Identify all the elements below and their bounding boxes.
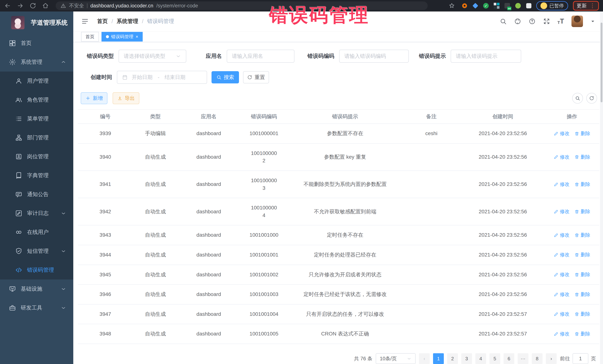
next-page-button[interactable]: › bbox=[546, 353, 557, 364]
add-button[interactable]: 新增 bbox=[81, 92, 107, 104]
export-button[interactable]: 导出 bbox=[113, 92, 139, 104]
app-logo-row[interactable]: 芋道管理系统 bbox=[0, 11, 73, 34]
plus-icon bbox=[85, 96, 91, 101]
forward-icon[interactable] bbox=[17, 2, 24, 9]
edit-link[interactable]: 修改 bbox=[554, 181, 570, 188]
error-type-select[interactable]: 请选择错误码类型 bbox=[118, 50, 186, 63]
edit-link[interactable]: 修改 bbox=[554, 232, 570, 239]
edit-link[interactable]: 修改 bbox=[554, 154, 570, 161]
sidebar-item-code[interactable]: 错误码管理 bbox=[0, 261, 73, 279]
search-button[interactable]: 搜索 bbox=[211, 71, 239, 83]
error-code-input[interactable] bbox=[339, 50, 409, 63]
delete-link[interactable]: 删除 bbox=[574, 291, 590, 298]
reload-icon[interactable] bbox=[29, 2, 36, 9]
more-pages-button[interactable]: ··· bbox=[518, 353, 528, 364]
page-button[interactable]: 4 bbox=[475, 353, 486, 364]
error-msg-input[interactable] bbox=[451, 50, 521, 63]
page-scrollbar[interactable] bbox=[600, 11, 603, 364]
page-button[interactable]: 3 bbox=[461, 353, 472, 364]
refresh-table-button[interactable] bbox=[586, 93, 597, 104]
chevron-down-icon bbox=[175, 53, 181, 59]
tag-close-icon[interactable]: × bbox=[136, 34, 138, 39]
fullscreen-icon[interactable] bbox=[543, 18, 550, 25]
extension-icon[interactable] bbox=[515, 3, 521, 9]
extension-icon[interactable] bbox=[494, 3, 499, 9]
address-bar[interactable]: 不安全 dashboard.yudao.iocoder.cn/system/er… bbox=[56, 1, 428, 10]
cell-actions: 修改删除 bbox=[545, 285, 599, 304]
extension-icon[interactable] bbox=[526, 3, 532, 9]
extension-icon[interactable]: ✓ bbox=[483, 3, 489, 9]
delete-link[interactable]: 删除 bbox=[574, 181, 590, 188]
table-row: 3946自动生成dashboard1001001003定时任务已经处于该状态，无… bbox=[78, 285, 599, 305]
page-button[interactable]: 8 bbox=[532, 353, 543, 364]
cell-created: 2021-04-20 23:52:56 bbox=[461, 285, 545, 304]
sidebar-item-sms[interactable]: 短信管理 bbox=[0, 242, 73, 261]
page-button[interactable]: 2 bbox=[447, 353, 458, 364]
home-icon[interactable] bbox=[42, 2, 49, 9]
edit-link[interactable]: 修改 bbox=[554, 130, 570, 137]
delete-link[interactable]: 删除 bbox=[574, 271, 590, 278]
page-button[interactable]: 5 bbox=[489, 353, 500, 364]
date-range-picker[interactable]: 开始日期 - 结束日期 bbox=[117, 71, 207, 84]
delete-link[interactable]: 删除 bbox=[574, 232, 590, 239]
cell-created: 2021-04-20 23:52:56 bbox=[461, 147, 545, 167]
edit-link[interactable]: 修改 bbox=[554, 311, 570, 318]
hamburger-icon[interactable] bbox=[81, 17, 89, 25]
sidebar-item-online-user[interactable]: 在线用户 bbox=[0, 223, 73, 242]
sidebar-item-dictionary[interactable]: 字典管理 bbox=[0, 166, 73, 185]
goto-page-input[interactable] bbox=[573, 353, 588, 364]
delete-link[interactable]: 删除 bbox=[574, 208, 590, 215]
bookmark-star-icon[interactable] bbox=[448, 2, 455, 9]
search-icon[interactable] bbox=[500, 18, 507, 25]
chevron-down-icon[interactable] bbox=[590, 19, 595, 24]
toggle-search-button[interactable] bbox=[572, 93, 583, 104]
cell-msg: 参数配置 key 重复 bbox=[289, 147, 402, 167]
sidebar-item-id-badge[interactable]: 岗位管理 bbox=[0, 147, 73, 166]
prev-page-button[interactable]: ‹ bbox=[419, 353, 430, 364]
scrollbar-thumb[interactable] bbox=[601, 22, 603, 102]
user-avatar[interactable] bbox=[571, 16, 583, 27]
delete-link[interactable]: 删除 bbox=[574, 251, 590, 258]
sidebar-item-audit-log[interactable]: 审计日志 bbox=[0, 204, 73, 223]
edit-link[interactable]: 修改 bbox=[554, 208, 570, 215]
app-name-input[interactable] bbox=[227, 50, 294, 63]
page-button[interactable]: 6 bbox=[504, 353, 514, 364]
page-size-select[interactable]: 10条/页 bbox=[376, 353, 416, 364]
font-size-icon[interactable]: TT bbox=[557, 18, 564, 25]
sidebar-item-dashboard[interactable]: 首页 bbox=[0, 34, 73, 53]
delete-link[interactable]: 删除 bbox=[574, 331, 590, 338]
reset-button[interactable]: 重置 bbox=[243, 71, 269, 83]
sidebar-item-user[interactable]: 用户管理 bbox=[0, 72, 73, 90]
edit-link[interactable]: 修改 bbox=[554, 291, 570, 298]
sidebar-item-infrastructure[interactable]: 基础设施 bbox=[0, 279, 73, 298]
breadcrumb-item[interactable]: 系统管理 bbox=[117, 18, 138, 25]
breadcrumb-item[interactable]: 首页 bbox=[97, 18, 108, 25]
edit-link[interactable]: 修改 bbox=[554, 251, 570, 258]
browser-update-button[interactable]: 更新 ⋮ bbox=[573, 1, 599, 11]
extension-icon[interactable] bbox=[472, 3, 478, 9]
page-button[interactable]: 1 bbox=[433, 353, 444, 364]
cell-app: dashboard bbox=[178, 285, 239, 304]
delete-link[interactable]: 删除 bbox=[574, 154, 590, 161]
edit-link[interactable]: 修改 bbox=[554, 271, 570, 278]
delete-link[interactable]: 删除 bbox=[574, 130, 590, 137]
tag-item[interactable]: 首页 bbox=[81, 32, 99, 42]
cell-type: 自动生成 bbox=[133, 147, 178, 167]
github-icon[interactable] bbox=[514, 18, 521, 25]
sidebar-item-devtools[interactable]: 研发工具 bbox=[0, 298, 73, 317]
extension-icon[interactable]: on bbox=[504, 3, 510, 9]
sidebar-item-gear[interactable]: 系统管理 bbox=[0, 53, 73, 72]
sidebar-item-menu-list[interactable]: 菜单管理 bbox=[0, 109, 73, 128]
help-icon[interactable] bbox=[529, 18, 536, 25]
user-icon bbox=[15, 77, 22, 85]
edit-link[interactable]: 修改 bbox=[554, 331, 570, 338]
back-icon[interactable] bbox=[4, 2, 11, 9]
browser-menu-icon[interactable]: ⋮ bbox=[590, 4, 595, 7]
extension-icon[interactable] bbox=[462, 3, 468, 9]
sidebar-item-announcement[interactable]: 通知公告 bbox=[0, 185, 73, 204]
delete-link[interactable]: 删除 bbox=[574, 311, 590, 318]
sidebar-item-org-tree[interactable]: 部门管理 bbox=[0, 128, 73, 147]
tag-active[interactable]: 错误码管理× bbox=[102, 32, 143, 42]
sidebar-item-users[interactable]: 角色管理 bbox=[0, 90, 73, 109]
browser-profile-chip[interactable]: 已暂停 bbox=[536, 1, 568, 10]
